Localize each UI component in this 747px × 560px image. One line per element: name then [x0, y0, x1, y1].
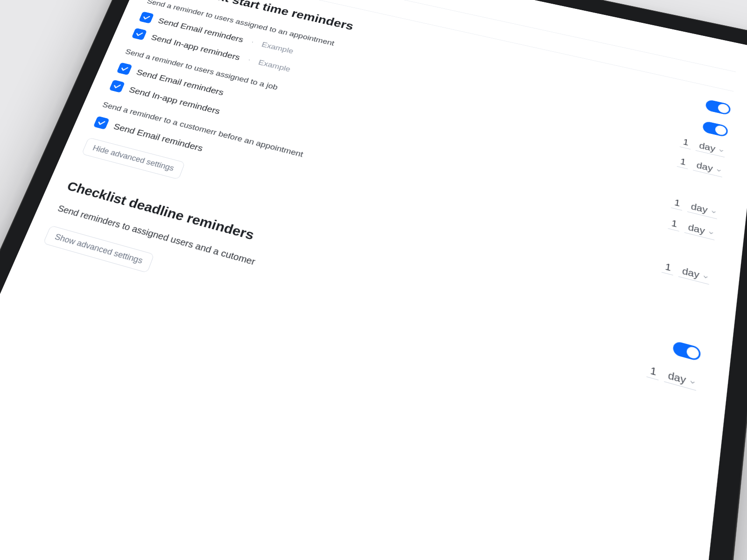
checkbox-email[interactable] — [117, 63, 133, 76]
chevron-down-icon — [718, 147, 725, 154]
chevron-down-icon — [715, 167, 722, 174]
toggle-appointment-reminders[interactable] — [705, 99, 731, 115]
time-unit-select[interactable]: day — [684, 220, 716, 240]
checkbox-inapp[interactable] — [109, 80, 125, 93]
checkbox-inapp[interactable] — [132, 28, 147, 41]
example-link[interactable]: Example — [261, 41, 295, 56]
time-unit-select[interactable]: day — [678, 264, 711, 285]
chevron-down-icon — [689, 378, 696, 386]
separator-dot: · — [249, 38, 256, 46]
time-picker[interactable]: 1 day — [646, 363, 698, 391]
time-value-input[interactable]: 1 — [662, 260, 675, 276]
screen: Reminder settings Use reminders Appointm… — [0, 0, 747, 560]
separator-dot: · — [246, 56, 253, 64]
time-value-input[interactable]: 1 — [668, 217, 681, 231]
time-unit-select[interactable]: day — [664, 368, 698, 391]
checkbox-email[interactable] — [93, 116, 110, 130]
chevron-down-icon — [710, 209, 717, 215]
toggle-checklist-reminders[interactable] — [672, 341, 701, 362]
tablet-device-frame: Reminder settings Use reminders Appointm… — [0, 0, 747, 560]
time-unit-select[interactable]: day — [693, 159, 724, 177]
time-value-input[interactable]: 1 — [680, 136, 692, 150]
chevron-down-icon — [702, 273, 709, 280]
checkbox-email[interactable] — [139, 11, 154, 23]
time-value-input[interactable]: 1 — [646, 363, 660, 380]
chevron-down-icon — [708, 230, 715, 237]
time-picker[interactable]: 1 day — [662, 260, 711, 285]
time-value-input[interactable]: 1 — [671, 196, 684, 210]
time-unit-select[interactable]: day — [687, 200, 719, 219]
time-value-input[interactable]: 1 — [677, 155, 689, 169]
toggle-users-appointment[interactable] — [702, 121, 728, 138]
example-link[interactable]: Example — [257, 58, 292, 74]
time-unit-select[interactable]: day — [696, 139, 726, 157]
